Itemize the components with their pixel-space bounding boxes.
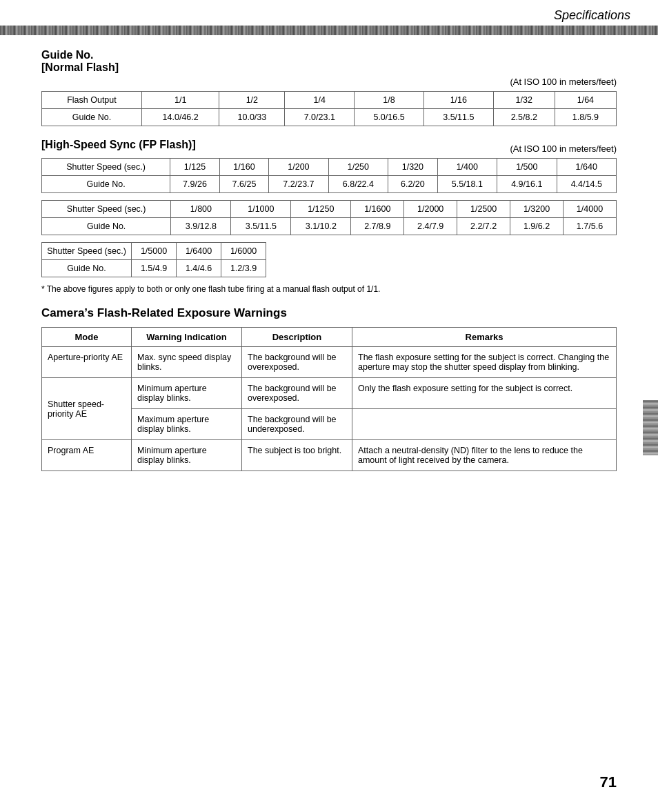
iso-note-hss: (At ISO 100 in meters/feet) [510, 143, 617, 154]
hss-heading: [High-Speed Sync (FP Flash)] [41, 139, 196, 151]
footnote: * The above figures apply to both or onl… [41, 284, 617, 294]
thumb-tab [643, 400, 658, 455]
table-header-row: Mode Warning Indication Description Rema… [42, 328, 617, 347]
table-row: Shutter speed-priority AE Minimum apertu… [42, 378, 617, 409]
hss-section: [High-Speed Sync (FP Flash)] (At ISO 100… [41, 139, 617, 294]
page-number: 71 [600, 773, 617, 791]
table-row: Shutter Speed (sec.) 1/800 1/1000 1/1250… [42, 201, 617, 218]
hss-table-2: Shutter Speed (sec.) 1/800 1/1000 1/1250… [41, 200, 617, 235]
table-row: Guide No. 1.5/4.9 1.4/4.6 1.2/3.9 [42, 260, 266, 277]
flash-output-header: Flash Output [42, 92, 142, 109]
guide-no-heading: Guide No. [Normal Flash] [41, 49, 617, 74]
warnings-heading: Camera’s Flash-Related Exposure Warnings [41, 306, 617, 320]
iso-note-normal: (At ISO 100 in meters/feet) [41, 77, 617, 87]
table-row: Guide No. 14.0/46.2 10.0/33 7.0/23.1 5.0… [42, 109, 617, 126]
page-title: Specifications [554, 8, 630, 23]
table-row: Shutter Speed (sec.) 1/5000 1/6400 1/600… [42, 243, 266, 260]
warnings-table: Mode Warning Indication Description Rema… [41, 327, 617, 471]
normal-flash-table: Flash Output 1/1 1/2 1/4 1/8 1/16 1/32 1… [41, 91, 617, 126]
table-row: Guide No. 7.9/26 7.6/25 7.2/23.7 6.8/22.… [42, 176, 617, 193]
guide-no-section: Guide No. [Normal Flash] (At ISO 100 in … [41, 49, 617, 87]
hss-table-3: Shutter Speed (sec.) 1/5000 1/6400 1/600… [41, 242, 266, 277]
header: Specifications [0, 0, 658, 26]
decorative-bar [0, 26, 658, 35]
table-row: Flash Output 1/1 1/2 1/4 1/8 1/16 1/32 1… [42, 92, 617, 109]
table-row: Guide No. 3.9/12.8 3.5/11.5 3.1/10.2 2.7… [42, 218, 617, 235]
table-row: Program AE Minimum aperture display blin… [42, 440, 617, 471]
warnings-section: Camera’s Flash-Related Exposure Warnings… [41, 306, 617, 471]
table-row: Shutter Speed (sec.) 1/125 1/160 1/200 1… [42, 159, 617, 176]
table-row: Aperture-priority AE Max. sync speed dis… [42, 347, 617, 378]
hss-table-1: Shutter Speed (sec.) 1/125 1/160 1/200 1… [41, 158, 617, 193]
